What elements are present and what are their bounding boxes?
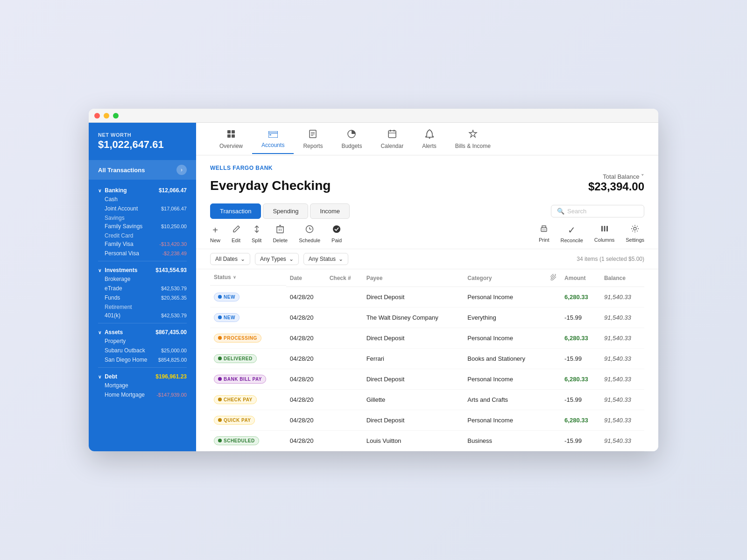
sidebar-item-brokerage[interactable]: Brokerage	[98, 274, 187, 284]
subaru-label: Subaru Outback	[105, 347, 145, 354]
alerts-icon	[425, 129, 434, 141]
cell-category: Personal Income	[464, 369, 547, 389]
schedule-button[interactable]: Schedule	[299, 225, 320, 243]
sidebar-group-debt[interactable]: ∨ Debt $196,961.23	[98, 371, 187, 381]
split-button[interactable]: Split	[252, 225, 261, 243]
all-transactions-item[interactable]: All Transactions ›	[89, 160, 196, 180]
table-row[interactable]: QUICK PAY 04/28/20 Direct Deposit Person…	[210, 410, 644, 430]
cell-payee: Gillette	[363, 389, 464, 410]
sidebar-item-family-savings[interactable]: Family Savings $10,250.00	[98, 222, 187, 231]
joint-account-label: Joint Account	[105, 205, 138, 212]
table-row[interactable]: NEW 04/28/20 Direct Deposit Personal Inc…	[210, 287, 644, 308]
nav-bills[interactable]: Bills & Income	[446, 123, 500, 155]
sidebar-group-investments[interactable]: ∨ Investments $143,554.93	[98, 264, 187, 274]
tab-transaction[interactable]: Transaction	[210, 203, 261, 219]
filter-bar: All Dates ⌄ Any Types ⌄ Any Status ⌄ 34 …	[196, 249, 658, 269]
credit-card-subgroup-label: Credit Card	[98, 231, 187, 239]
dates-filter[interactable]: All Dates ⌄	[210, 253, 250, 265]
search-box[interactable]: 🔍 Search	[551, 205, 644, 217]
maximize-button[interactable]	[113, 113, 119, 119]
sidebar-group-banking[interactable]: ∨ Banking $12,066.47	[98, 184, 187, 195]
col-check[interactable]: Check #	[326, 269, 363, 287]
banking-label: Banking	[105, 187, 127, 194]
col-payee[interactable]: Payee	[363, 269, 464, 287]
sidebar-section-assets: ∨ Assets $867,435.00 Property Subaru Out…	[89, 326, 196, 364]
cell-payee: Direct Deposit	[363, 287, 464, 308]
nav-overview[interactable]: Overview	[210, 123, 252, 155]
col-amount[interactable]: Amount	[561, 269, 600, 287]
settings-button[interactable]: Settings	[626, 224, 644, 243]
edit-button[interactable]: Edit	[232, 225, 240, 243]
sidebar-item-home-mortgage[interactable]: Home Mortgage -$147,939.00	[98, 390, 187, 399]
cell-category: Personal Income	[464, 328, 547, 348]
cell-payee: The Walt Disney Company	[363, 307, 464, 328]
status-badge: PROCESSING	[214, 334, 261, 343]
minimize-button[interactable]	[104, 113, 109, 119]
search-icon: 🔍	[557, 208, 564, 215]
table-row[interactable]: PROCESSING 04/28/20 Direct Deposit Perso…	[210, 328, 644, 348]
close-button[interactable]	[94, 113, 100, 119]
nav-accounts[interactable]: Accounts	[252, 124, 294, 154]
sidebar-item-property[interactable]: Property	[98, 336, 187, 346]
status-filter[interactable]: Any Status ⌄	[303, 253, 348, 265]
col-category[interactable]: Category	[464, 269, 547, 287]
cell-status: DELIVERED	[210, 348, 286, 369]
col-status[interactable]: Status ∨	[210, 269, 286, 286]
divider-1	[98, 261, 187, 261]
columns-label: Columns	[594, 237, 614, 243]
sidebar-item-family-visa[interactable]: Family Visa -$13,420.30	[98, 239, 187, 249]
table-row[interactable]: NEW 04/28/20 The Walt Disney Company Eve…	[210, 307, 644, 328]
reconcile-button[interactable]: ✓ Reconcile	[561, 224, 583, 243]
sidebar-item-mortgage[interactable]: Mortgage	[98, 381, 187, 390]
paid-button[interactable]: Paid	[331, 225, 342, 243]
sidebar-item-etrade[interactable]: eTrade $42,530.79	[98, 284, 187, 293]
table-row[interactable]: SCHEDULED 04/28/20 Louis Vuitton Busines…	[210, 430, 644, 451]
table-row[interactable]: BANK BILL PAY 04/28/20 Direct Deposit Pe…	[210, 369, 644, 389]
cell-attachment	[547, 410, 561, 430]
account-name: Everyday Checking	[210, 178, 331, 193]
cell-balance: 91,540.33	[600, 389, 644, 410]
sidebar-item-funds[interactable]: Funds $20,365.35	[98, 293, 187, 302]
nav-budgets-label: Budgets	[341, 143, 362, 149]
print-button[interactable]: Print	[539, 224, 550, 243]
tab-income[interactable]: Income	[310, 203, 350, 219]
columns-button[interactable]: Columns	[594, 224, 614, 243]
cash-label: Cash	[105, 196, 118, 203]
sidebar-section-debt: ∨ Debt $196,961.23 Mortgage Home Mortgag…	[89, 371, 196, 399]
san-diego-home-value: $854,825.00	[158, 357, 187, 363]
nav-calendar[interactable]: Calendar	[371, 123, 413, 155]
sidebar-item-joint-account[interactable]: Joint Account $17,066.47	[98, 204, 187, 213]
status-dot-icon	[218, 418, 222, 422]
cell-amount: 6,280.33	[561, 369, 600, 389]
col-balance[interactable]: Balance	[600, 269, 644, 287]
svg-rect-32	[606, 226, 608, 231]
table-row[interactable]: CHECK PAY 04/28/20 Gillette Arts and Cra…	[210, 389, 644, 410]
status-sort-icon: ∨	[233, 275, 236, 280]
nav-accounts-label: Accounts	[261, 142, 284, 148]
funds-value: $20,365.35	[161, 295, 187, 301]
bills-icon	[468, 129, 478, 141]
sidebar-group-assets[interactable]: ∨ Assets $867,435.00	[98, 326, 187, 336]
table-body: NEW 04/28/20 Direct Deposit Personal Inc…	[210, 287, 644, 451]
nav-budgets[interactable]: Budgets	[332, 123, 371, 155]
table-row[interactable]: DELIVERED 04/28/20 Ferrari Books and Sta…	[210, 348, 644, 369]
delete-button[interactable]: Delete	[273, 225, 288, 243]
sidebar-item-cash[interactable]: Cash	[98, 195, 187, 204]
cell-status: CHECK PAY	[210, 389, 286, 410]
sidebar-item-subaru[interactable]: Subaru Outback $25,000.00	[98, 346, 187, 355]
personal-visa-value: -$2,238.49	[162, 251, 187, 256]
types-filter[interactable]: Any Types ⌄	[255, 253, 299, 265]
col-date[interactable]: Date	[286, 269, 326, 287]
sidebar-item-401k[interactable]: 401(k) $42,530.79	[98, 311, 187, 320]
svg-point-27	[333, 225, 340, 233]
new-button[interactable]: + New	[210, 225, 220, 243]
sidebar-item-san-diego-home[interactable]: San Diego Home $854,825.00	[98, 355, 187, 364]
mortgage-label: Mortgage	[105, 382, 128, 389]
401k-value: $42,530.79	[161, 313, 187, 318]
nav-reports[interactable]: Reports	[294, 123, 332, 155]
tab-spending[interactable]: Spending	[263, 203, 308, 219]
sidebar-item-personal-visa[interactable]: Personal Visa -$2,238.49	[98, 249, 187, 258]
sidebar: NET WORTH $1,022,647.61 All Transactions…	[89, 123, 196, 451]
nav-alerts[interactable]: Alerts	[413, 123, 446, 155]
columns-icon	[600, 224, 609, 235]
